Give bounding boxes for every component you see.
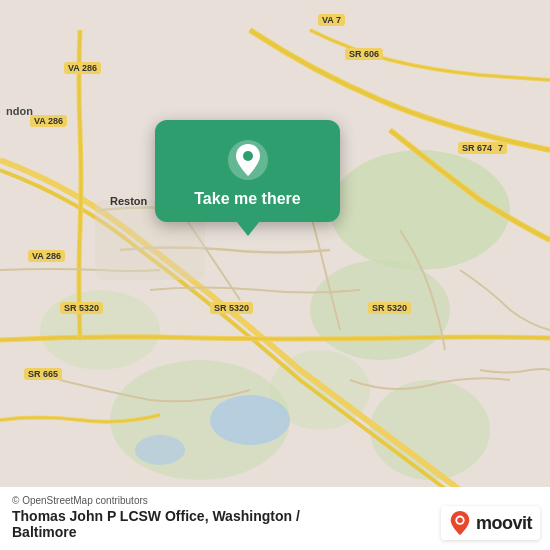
svg-point-6 [40, 290, 160, 370]
copyright-text: © OpenStreetMap contributors [12, 495, 538, 506]
take-me-there-button[interactable]: Take me there [194, 190, 300, 208]
svg-point-14 [457, 517, 463, 523]
moovit-logo: moovit [441, 506, 540, 540]
map-container: Reston VA 7 VA 7 VA 286 VA 286 VA 286 SR… [0, 0, 550, 550]
location-pin-icon [226, 138, 270, 182]
moovit-brand-text: moovit [476, 513, 532, 534]
svg-point-9 [135, 435, 185, 465]
svg-point-12 [243, 151, 253, 161]
svg-point-2 [310, 260, 450, 360]
moovit-pin-icon [449, 510, 471, 536]
svg-point-1 [330, 150, 510, 270]
svg-point-8 [210, 395, 290, 445]
map-background [0, 0, 550, 550]
location-popup: Take me there [155, 120, 340, 222]
